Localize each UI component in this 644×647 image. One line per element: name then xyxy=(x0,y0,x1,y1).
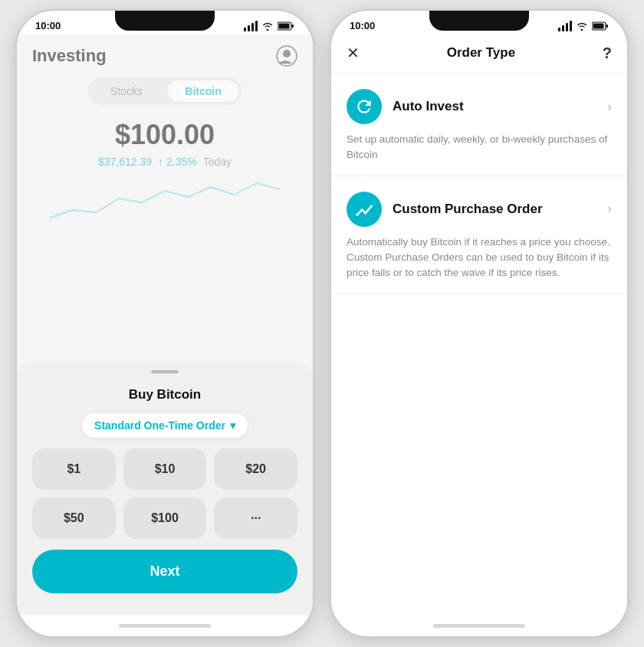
time-right: 10:00 xyxy=(350,20,375,31)
order-type-label: Standard One-Time Order xyxy=(94,419,225,432)
tabs-row: Stocks Bitcoin xyxy=(88,77,242,105)
battery-icon-right xyxy=(592,21,609,31)
wifi-icon xyxy=(261,21,274,31)
investing-title: Investing xyxy=(32,46,107,66)
profile-icon[interactable] xyxy=(276,45,297,67)
bottom-sheet: Buy Bitcoin Standard One-Time Order ▾ $1… xyxy=(17,361,313,615)
sheet-title: Buy Bitcoin xyxy=(129,387,201,402)
svg-point-4 xyxy=(283,50,291,57)
amount-btn-50[interactable]: $50 xyxy=(32,498,116,539)
wifi-icon-right xyxy=(576,21,588,31)
home-indicator-left xyxy=(17,615,313,636)
sheet-handle xyxy=(151,370,179,373)
amount-btn-100[interactable]: $100 xyxy=(123,498,207,539)
price-period: Today xyxy=(203,156,232,168)
custom-purchase-chevron: › xyxy=(607,201,612,217)
signal-icon xyxy=(244,21,258,31)
svg-point-10 xyxy=(370,205,373,207)
order-type-pill[interactable]: Standard One-Time Order ▾ xyxy=(82,413,248,438)
tab-stocks[interactable]: Stocks xyxy=(91,80,162,102)
svg-rect-2 xyxy=(292,25,294,28)
left-phone: 10:00 Investing xyxy=(15,9,314,638)
custom-purchase-desc: Automatically buy Bitcoin if it reaches … xyxy=(347,235,612,281)
close-button[interactable]: ✕ xyxy=(347,44,360,62)
auto-invest-icon xyxy=(347,89,382,124)
auto-invest-desc: Set up automatic daily, weekly, or bi-we… xyxy=(347,132,612,163)
refresh-icon xyxy=(354,97,374,117)
price-sub: $37,612.39 ↑ 2.35% Today xyxy=(32,156,297,168)
order-type-title: Order Type xyxy=(447,45,515,61)
right-phone: 10:00 ✕ Order Type ? xyxy=(330,9,629,638)
chart-area xyxy=(32,176,297,222)
right-phone-content: ✕ Order Type ? Auto Invest › Set up auto xyxy=(331,34,627,615)
home-bar-left xyxy=(119,624,211,628)
home-indicator-right xyxy=(331,615,627,636)
battery-icon xyxy=(278,21,294,31)
price-display: $100.00 xyxy=(32,119,297,151)
svg-rect-7 xyxy=(606,25,609,28)
left-phone-content: Investing Stocks Bitcoin $100.00 $37,612… xyxy=(17,34,313,615)
order-type-header: ✕ Order Type ? xyxy=(331,34,627,74)
status-icons-right xyxy=(558,21,609,31)
custom-purchase-row: Custom Purchase Order › xyxy=(347,192,612,227)
status-icons-left xyxy=(244,21,294,31)
next-button[interactable]: Next xyxy=(32,550,297,593)
auto-invest-row: Auto Invest › xyxy=(347,89,612,124)
amount-btn-20[interactable]: $20 xyxy=(214,448,297,490)
svg-point-9 xyxy=(364,212,366,214)
custom-purchase-option[interactable]: Custom Purchase Order › Automatically bu… xyxy=(331,176,627,294)
investing-header: Investing xyxy=(32,45,297,67)
custom-purchase-left: Custom Purchase Order xyxy=(347,192,543,227)
chart-wave-icon xyxy=(354,199,374,219)
amount-grid: $1 $10 $20 $50 $100 ··· xyxy=(32,448,297,539)
tab-bitcoin[interactable]: Bitcoin xyxy=(168,80,238,102)
custom-purchase-icon xyxy=(347,192,382,227)
investing-bg: Investing Stocks Bitcoin $100.00 $37,612… xyxy=(17,34,313,222)
home-bar-right xyxy=(433,624,525,628)
auto-invest-option[interactable]: Auto Invest › Set up automatic daily, we… xyxy=(331,74,627,176)
auto-invest-chevron: › xyxy=(607,99,612,115)
auto-invest-left: Auto Invest xyxy=(347,89,464,124)
notch-right xyxy=(429,11,529,31)
amount-btn-more[interactable]: ··· xyxy=(214,498,297,539)
svg-point-11 xyxy=(356,213,358,215)
svg-rect-1 xyxy=(279,23,290,28)
signal-icon-right xyxy=(558,21,572,31)
amount-btn-10[interactable]: $10 xyxy=(123,448,207,490)
time-left: 10:00 xyxy=(35,20,61,31)
chevron-down-icon: ▾ xyxy=(230,419,235,432)
price-change: ↑ 2.35% xyxy=(158,156,197,168)
auto-invest-name: Auto Invest xyxy=(393,99,464,114)
help-button[interactable]: ? xyxy=(603,44,612,62)
svg-point-8 xyxy=(361,208,363,210)
amount-btn-1[interactable]: $1 xyxy=(32,448,116,490)
notch xyxy=(115,11,215,31)
btc-price: $37,612.39 xyxy=(98,156,152,168)
custom-purchase-name: Custom Purchase Order xyxy=(393,202,543,217)
svg-rect-6 xyxy=(593,23,604,28)
